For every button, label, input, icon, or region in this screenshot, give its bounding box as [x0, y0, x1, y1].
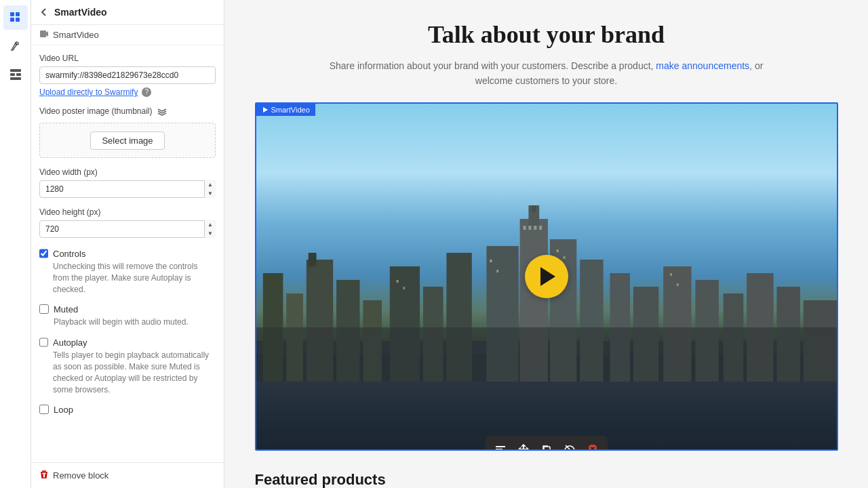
- height-up-btn[interactable]: ▲: [205, 220, 216, 229]
- svg-rect-50: [496, 449, 502, 450]
- svg-rect-16: [308, 253, 316, 266]
- svg-rect-9: [40, 30, 46, 37]
- height-spinner: ▲ ▼: [204, 220, 216, 238]
- muted-label-block: Muted Playback will begin with audio mut…: [54, 303, 189, 328]
- poster-label: Video poster image (thumbnail): [39, 106, 153, 116]
- back-button[interactable]: [39, 7, 49, 17]
- autoplay-checkbox[interactable]: [39, 338, 48, 347]
- width-label: Video width (px): [39, 167, 216, 177]
- svg-rect-7: [16, 73, 21, 76]
- video-toolbar: [486, 436, 608, 451]
- video-tag: SmartVideo: [256, 104, 315, 116]
- controls-checkbox[interactable]: [39, 249, 48, 258]
- svg-rect-52: [544, 447, 550, 451]
- svg-rect-1: [16, 12, 20, 16]
- select-image-button[interactable]: Select image: [90, 131, 164, 150]
- blocks-icon[interactable]: [3, 62, 28, 87]
- width-spinner: ▲ ▼: [204, 180, 216, 198]
- toolbar-delete-btn[interactable]: [582, 439, 604, 451]
- svg-rect-48: [676, 283, 678, 286]
- sidebar-sub: SmartVideo: [31, 25, 224, 45]
- svg-rect-41: [396, 280, 398, 283]
- toolbar-hide-btn[interactable]: [559, 439, 580, 451]
- toolbar-align-btn[interactable]: [490, 439, 511, 451]
- svg-rect-43: [490, 260, 492, 262]
- poster-box: Select image: [39, 123, 216, 158]
- controls-label[interactable]: Controls: [53, 249, 85, 259]
- play-button[interactable]: [525, 255, 568, 298]
- svg-marker-10: [263, 107, 268, 113]
- height-input-container: ▲ ▼: [39, 220, 216, 238]
- page-subtitle: Share information about your brand with …: [255, 58, 838, 89]
- svg-rect-42: [403, 287, 405, 289]
- video-height-group: Video height (px) ▲ ▼: [39, 207, 216, 238]
- announcements-link[interactable]: make announcements: [656, 60, 749, 71]
- autoplay-desc: Tells player to begin playback automatic…: [53, 350, 216, 395]
- poster-image-group: Video poster image (thumbnail) Select im…: [39, 106, 216, 158]
- svg-rect-0: [10, 12, 14, 16]
- svg-rect-24: [532, 205, 536, 212]
- controls-desc: Unchecking this will remove the controls…: [53, 261, 216, 295]
- upload-link[interactable]: Upload directly to Swarmify: [39, 87, 138, 97]
- svg-rect-47: [670, 273, 672, 276]
- width-up-btn[interactable]: ▲: [205, 180, 216, 189]
- tool-icon[interactable]: [3, 34, 28, 58]
- svg-rect-49: [496, 446, 505, 447]
- width-down-btn[interactable]: ▼: [205, 189, 216, 198]
- svg-rect-39: [534, 226, 536, 230]
- svg-rect-45: [556, 249, 558, 252]
- grid-icon[interactable]: [3, 5, 28, 30]
- video-thumbnail: [256, 104, 837, 449]
- svg-rect-6: [10, 73, 15, 76]
- svg-rect-3: [16, 18, 20, 22]
- video-url-input[interactable]: [39, 66, 216, 84]
- sidebar-content: Video URL Upload directly to Swarmify ? …: [31, 45, 224, 432]
- toolbar-duplicate-btn[interactable]: [536, 439, 557, 451]
- muted-checkbox[interactable]: [39, 304, 49, 314]
- trash-icon: [39, 470, 49, 481]
- height-label: Video height (px): [39, 207, 216, 217]
- layers-icon: [157, 106, 167, 119]
- remove-block-btn[interactable]: Remove block: [31, 462, 224, 488]
- skyline-svg: [256, 205, 837, 395]
- video-url-group: Video URL Upload directly to Swarmify ?: [39, 54, 216, 97]
- width-input-container: ▲ ▼: [39, 180, 216, 198]
- poster-label-row: Video poster image (thumbnail): [39, 106, 216, 119]
- loop-label-block: Loop: [54, 403, 73, 415]
- height-down-btn[interactable]: ▼: [205, 229, 216, 238]
- height-input[interactable]: [39, 220, 216, 238]
- controls-label-block: Controls Unchecking this will remove the…: [53, 247, 216, 295]
- muted-label[interactable]: Muted: [54, 304, 78, 314]
- video-icon: [39, 29, 49, 41]
- muted-row: Muted Playback will begin with audio mut…: [39, 303, 216, 328]
- sidebar-header: SmartVideo: [31, 0, 224, 25]
- svg-rect-44: [496, 270, 498, 272]
- autoplay-label-block: Autoplay Tells player to begin playback …: [53, 336, 216, 395]
- remove-block-label: Remove block: [53, 470, 108, 481]
- featured-title: Featured products: [255, 471, 838, 488]
- icons-bar: [0, 0, 31, 488]
- sub-label: SmartVideo: [53, 30, 99, 40]
- video-block: SmartVideo: [255, 102, 838, 451]
- toolbar-move-btn[interactable]: [513, 439, 534, 451]
- svg-rect-2: [10, 18, 14, 22]
- video-width-group: Video width (px) ▲ ▼: [39, 167, 216, 198]
- svg-rect-38: [528, 226, 531, 230]
- autoplay-label[interactable]: Autoplay: [53, 338, 87, 348]
- svg-rect-40: [539, 226, 542, 230]
- page-title: Talk about your brand: [255, 20, 838, 49]
- svg-rect-37: [523, 226, 526, 230]
- main-content: Talk about your brand Share information …: [224, 0, 868, 488]
- muted-desc: Playback will begin with audio muted.: [54, 317, 189, 328]
- svg-rect-8: [10, 77, 21, 80]
- width-input[interactable]: [39, 180, 216, 198]
- main-inner: Talk about your brand Share information …: [241, 0, 852, 488]
- controls-row: Controls Unchecking this will remove the…: [39, 247, 216, 295]
- svg-rect-5: [10, 69, 21, 72]
- loop-checkbox[interactable]: [39, 405, 49, 414]
- help-icon[interactable]: ?: [142, 87, 151, 97]
- video-url-label: Video URL: [39, 54, 216, 63]
- loop-row: Loop: [39, 403, 216, 415]
- sidebar-panel: SmartVideo SmartVideo Video URL Upload d…: [31, 0, 224, 488]
- loop-label[interactable]: Loop: [54, 405, 73, 415]
